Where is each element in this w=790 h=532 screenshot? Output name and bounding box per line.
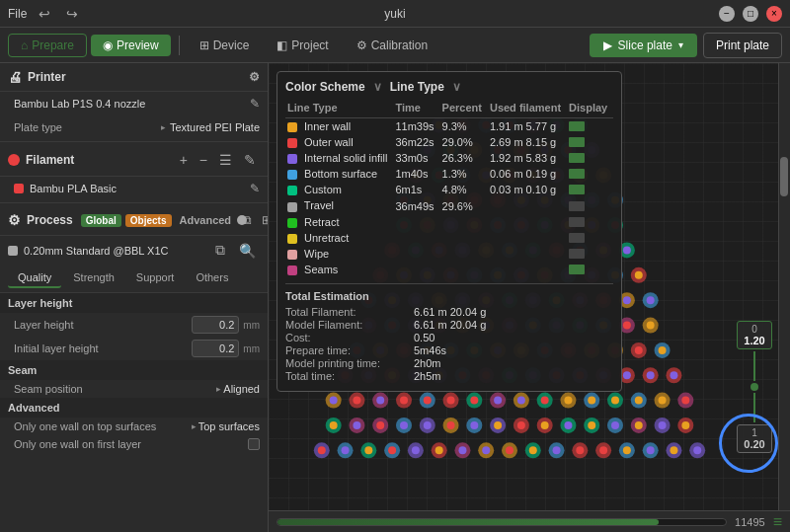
slice-dropdown-arrow[interactable]: ▾ <box>678 39 683 50</box>
tab-calibration[interactable]: ⚙ Calibration <box>345 35 439 56</box>
line-color-dot <box>287 266 297 275</box>
add-filament-button[interactable]: + <box>176 150 192 170</box>
display-toggle[interactable] <box>569 265 585 274</box>
only-one-wall-top-row: Only one wall on top surfaces ▸ Top surf… <box>0 418 268 435</box>
color-table-row: Travel 36m49s 29.6% <box>285 197 613 213</box>
estimation-row: Total Filament: 6.61 m 20.04 g <box>285 306 613 318</box>
display-cell[interactable] <box>567 134 613 150</box>
profile-copy-button[interactable]: ⧉ <box>211 240 229 261</box>
display-toggle[interactable] <box>569 137 585 147</box>
filament-cell <box>488 246 567 262</box>
line-color-dot <box>287 186 297 195</box>
display-cell[interactable] <box>567 262 613 277</box>
minimize-button[interactable]: − <box>719 6 735 22</box>
tab-support[interactable]: Support <box>126 268 185 288</box>
right-scrollbar[interactable] <box>778 63 790 532</box>
filament-edit-button[interactable]: ✎ <box>240 150 260 170</box>
display-toggle[interactable] <box>569 233 585 243</box>
display-toggle[interactable] <box>569 201 585 211</box>
display-toggle[interactable] <box>569 217 585 227</box>
profile-swatch <box>8 246 18 256</box>
pct-cell: 29.0% <box>440 134 488 150</box>
est-value: 6.61 m 20.04 g <box>414 306 486 318</box>
bottom-bar: 11495 ≡ <box>269 510 790 532</box>
display-cell[interactable] <box>567 246 613 262</box>
process-icon: ⚙ <box>8 212 21 228</box>
toolbar-separator <box>179 36 180 55</box>
layers-icon: ≡ <box>773 513 782 531</box>
remove-filament-button[interactable]: − <box>196 150 211 170</box>
display-toggle[interactable] <box>569 153 585 163</box>
tab-prepare[interactable]: ⌂ Prepare <box>8 34 87 57</box>
sidebar: 🖨 Printer ⚙ Bambu Lab P1S 0.4 nozzle ✎ P… <box>0 63 269 532</box>
display-toggle[interactable] <box>569 249 585 259</box>
initial-layer-input[interactable] <box>192 340 239 357</box>
display-cell[interactable] <box>567 182 613 197</box>
objects-tag[interactable]: Objects <box>125 214 172 227</box>
filament-edit-icon[interactable]: ✎ <box>250 182 260 195</box>
pct-cell <box>440 230 488 246</box>
tab-quality[interactable]: Quality <box>8 268 61 288</box>
tab-others[interactable]: Others <box>186 268 238 288</box>
display-toggle[interactable] <box>569 185 585 194</box>
plate-type-caret: ▸ <box>161 122 166 132</box>
tab-device[interactable]: ⊞ Device <box>188 35 262 56</box>
tab-strength[interactable]: Strength <box>63 268 124 288</box>
color-table-row: Bottom surface 1m40s 1.3% 0.06 m 0.19 g <box>285 166 613 182</box>
display-cell[interactable] <box>567 150 613 166</box>
pct-cell <box>440 246 488 262</box>
layer-height-section: Layer height <box>0 293 268 313</box>
col-filament: Used filament <box>488 100 567 118</box>
seam-caret-icon: ▸ <box>216 384 221 394</box>
display-cell[interactable] <box>567 166 613 182</box>
display-cell[interactable] <box>567 197 613 213</box>
divider-2 <box>0 202 268 203</box>
only-one-wall-first-checkbox[interactable] <box>248 438 260 450</box>
est-value: 6.61 m 20.04 g <box>414 319 486 331</box>
close-button[interactable]: × <box>766 6 782 22</box>
scroll-thumb[interactable] <box>780 157 788 196</box>
only-one-wall-dropdown[interactable]: ▸ Top surfaces <box>192 420 260 432</box>
redo-button[interactable]: ↪ <box>62 4 82 24</box>
progress-bar[interactable] <box>276 518 727 526</box>
est-value: 2h0m <box>414 357 441 369</box>
maximize-button[interactable]: □ <box>743 6 758 22</box>
layer-height-row: Layer height mm <box>0 313 268 337</box>
printer-gear-icon[interactable]: ⚙ <box>249 70 260 84</box>
filament-name-row: Bambu PLA Basic ✎ <box>0 177 268 200</box>
display-cell[interactable] <box>567 118 613 135</box>
color-table-row: Inner wall 11m39s 9.3% 1.91 m 5.77 g <box>285 118 613 135</box>
time-cell: 36m49s <box>393 197 439 213</box>
global-tag[interactable]: Global <box>81 214 121 227</box>
pct-cell: 1.3% <box>440 166 488 182</box>
color-scheme-panel: Color Scheme ∨ Line Type ∨ Line Type Tim… <box>276 71 622 392</box>
print-plate-button[interactable]: Print plate <box>703 33 782 58</box>
tab-preview[interactable]: ◉ Preview <box>91 35 171 56</box>
file-menu[interactable]: File <box>8 7 27 21</box>
process-tree-button[interactable]: ⊞ <box>258 211 269 229</box>
tab-project[interactable]: ◧ Project <box>265 35 340 56</box>
display-cell[interactable] <box>567 214 613 230</box>
printer-edit-icon[interactable]: ✎ <box>250 97 260 111</box>
plate-type-row[interactable]: Plate type ▸ Textured PEI Plate <box>0 115 268 139</box>
main-layout: 🖨 Printer ⚙ Bambu Lab P1S 0.4 nozzle ✎ P… <box>0 63 790 532</box>
initial-layer-height-row: Initial layer height mm <box>0 337 268 360</box>
advanced-section: Advanced <box>0 398 268 418</box>
filament-cell: 0.03 m 0.10 g <box>488 182 567 197</box>
process-section-header: ⚙ Process Global Objects Advanced ⧉ ⊞ <box>0 205 268 236</box>
layer-circle-indicator <box>750 383 758 391</box>
display-toggle[interactable] <box>569 169 585 179</box>
seam-position-dropdown[interactable]: ▸ Aligned <box>216 383 260 395</box>
layer-height-input[interactable] <box>192 316 239 334</box>
display-cell[interactable] <box>567 230 613 246</box>
project-icon: ◧ <box>276 38 287 52</box>
slice-plate-button[interactable]: ▶ Slice plate ▾ <box>590 34 697 57</box>
layer-indicator: 0 1.20 1 0.20 <box>737 321 772 453</box>
undo-button[interactable]: ↩ <box>35 4 54 24</box>
color-panel-subtitle: Line Type <box>390 80 444 94</box>
filament-options-button[interactable]: ☰ <box>215 150 236 170</box>
display-toggle[interactable] <box>569 121 585 131</box>
printer-section-header: 🖨 Printer ⚙ <box>0 63 268 92</box>
window-title: yuki <box>384 7 405 21</box>
profile-search-button[interactable]: 🔍 <box>235 241 260 261</box>
